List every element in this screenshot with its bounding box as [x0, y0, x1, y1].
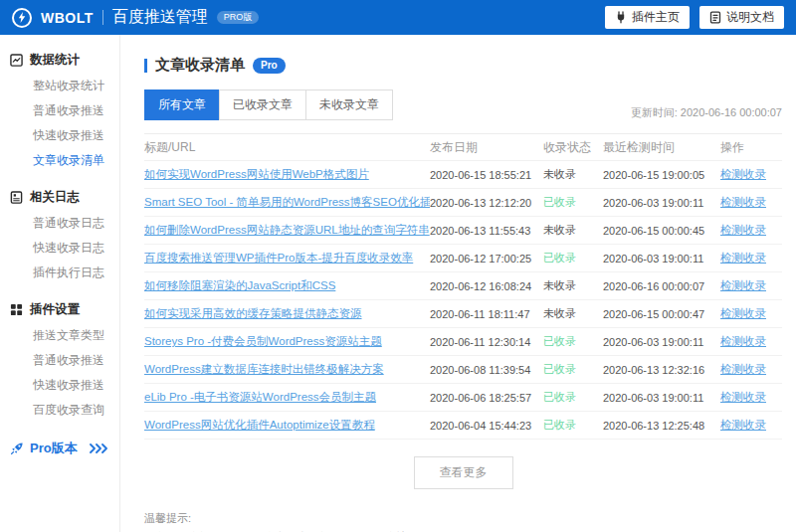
check-inclusion-link[interactable]: 检测收录	[720, 167, 782, 182]
column-header: 操作	[720, 139, 782, 156]
article-title-link[interactable]: Smart SEO Tool - 简单易用的WordPress博客SEO优化插件	[144, 195, 430, 210]
load-more-button[interactable]: 查看更多	[414, 456, 513, 489]
last-check-time: 2020-06-15 00:00:45	[603, 225, 720, 237]
article-title-link[interactable]: 如何实现采用高效的缓存策略提供静态资源	[144, 306, 430, 321]
app-title: 百度推送管理	[112, 7, 208, 28]
last-check-time: 2020-06-03 19:00:11	[603, 392, 720, 404]
last-check-time: 2020-06-13 12:32:16	[603, 364, 720, 376]
last-check-time: 2020-06-03 19:00:11	[603, 336, 720, 348]
article-title-link[interactable]: eLib Pro -电子书资源站WordPress会员制主题	[144, 390, 430, 405]
tab[interactable]: 未收录文章	[305, 89, 393, 120]
status-badge: 未收录	[543, 306, 603, 321]
app-header: WBOLT 百度推送管理 PRO版 插件主页说明文档	[0, 0, 796, 35]
check-inclusion-link[interactable]: 检测收录	[720, 390, 782, 405]
sidebar-item[interactable]: 文章收录清单	[0, 148, 119, 173]
sidebar-section-header: 相关日志	[0, 184, 119, 211]
tip-item: 文章百度收录状态仅供参考，实际收录情况以百度搜索为准；	[144, 529, 782, 532]
publish-date: 2020-06-13 11:55:43	[430, 225, 543, 237]
table-row: 百度搜索推送管理WP插件Pro版本-提升百度收录效率2020-06-12 17:…	[144, 245, 782, 272]
sidebar-item[interactable]: 普通收录日志	[0, 211, 119, 236]
tips-title: 温馨提示:	[144, 510, 782, 528]
check-inclusion-link[interactable]: 检测收录	[720, 278, 782, 293]
article-title-link[interactable]: 如何删除WordPress网站静态资源URL地址的查询字符串	[144, 223, 430, 238]
title-accent-bar	[144, 59, 147, 73]
header-divider	[102, 10, 103, 25]
logs-icon	[10, 191, 23, 204]
sidebar-section: 数据统计整站收录统计普通收录推送快速收录推送文章收录清单	[0, 47, 119, 173]
column-header: 标题/URL	[144, 139, 430, 156]
check-inclusion-link[interactable]: 检测收录	[720, 251, 782, 266]
header-actions: 插件主页说明文档	[605, 6, 784, 29]
table-row: Smart SEO Tool - 简单易用的WordPress博客SEO优化插件…	[144, 189, 782, 217]
stats-icon	[10, 54, 23, 67]
publish-date: 2020-06-12 16:08:24	[430, 280, 543, 292]
article-title-link[interactable]: WordPress网站优化插件Autoptimize设置教程	[144, 418, 430, 433]
sidebar-section: 插件设置推送文章类型普通收录推送快速收录推送百度收录查询	[0, 296, 119, 423]
article-title-link[interactable]: 百度搜索推送管理WP插件Pro版本-提升百度收录效率	[144, 251, 430, 266]
status-badge: 未收录	[543, 278, 603, 293]
tab[interactable]: 所有文章	[144, 89, 220, 120]
sidebar-item[interactable]: 普通收录推送	[0, 348, 119, 373]
table-row: eLib Pro -电子书资源站WordPress会员制主题2020-06-06…	[144, 384, 782, 412]
sidebar-item[interactable]: 整站收录统计	[0, 74, 119, 98]
check-inclusion-link[interactable]: 检测收录	[720, 195, 782, 210]
publish-date: 2020-06-11 12:30:14	[430, 336, 543, 348]
status-badge: 未收录	[543, 223, 603, 238]
check-inclusion-link[interactable]: 检测收录	[720, 223, 782, 238]
sidebar-item-pro-version[interactable]: Pro版本	[0, 434, 119, 463]
sidebar-item[interactable]: 推送文章类型	[0, 323, 119, 348]
last-check-time: 2020-06-13 12:25:48	[603, 420, 720, 432]
publish-date: 2020-06-11 18:11:47	[430, 308, 543, 320]
wbolt-logo-icon	[12, 8, 32, 28]
check-inclusion-link[interactable]: 检测收录	[720, 306, 782, 321]
chevrons-right-icon	[90, 443, 107, 453]
article-title-link[interactable]: Storeys Pro -付费会员制WordPress资源站主题	[144, 334, 430, 349]
table-row: WordPress网站优化插件Autoptimize设置教程2020-06-04…	[144, 412, 782, 440]
sidebar-item[interactable]: 快速收录推送	[0, 123, 119, 148]
table-header-row: 标题/URL发布日期收录状态最近检测时间操作	[144, 134, 782, 161]
status-badge: 已收录	[543, 390, 603, 405]
table-row: 如何移除阻塞渲染的JavaScript和CSS2020-06-12 16:08:…	[144, 272, 782, 300]
sidebar-item[interactable]: 快速收录推送	[0, 373, 119, 398]
status-badge: 已收录	[543, 195, 603, 210]
column-header: 发布日期	[430, 139, 543, 156]
brand-name: WBOLT	[41, 10, 94, 26]
status-badge: 已收录	[543, 334, 603, 349]
column-header: 最近检测时间	[603, 139, 720, 156]
plugin-icon	[615, 11, 627, 24]
check-inclusion-link[interactable]: 检测收录	[720, 362, 782, 377]
publish-date: 2020-06-06 18:25:57	[430, 392, 543, 404]
table-row: Storeys Pro -付费会员制WordPress资源站主题2020-06-…	[144, 328, 782, 356]
sidebar-item[interactable]: 百度收录查询	[0, 398, 119, 423]
tab[interactable]: 已收录文章	[219, 89, 306, 120]
tips: 温馨提示: 文章百度收录状态仅供参考，实际收录情况以百度搜索为准；插件根据实际情…	[144, 510, 782, 532]
publish-date: 2020-06-15 18:55:21	[430, 169, 543, 181]
sidebar-item[interactable]: 普通收录推送	[0, 98, 119, 123]
publish-date: 2020-06-13 12:12:20	[430, 197, 543, 209]
sidebar-item[interactable]: 快速收录日志	[0, 236, 119, 261]
main-content: 文章收录清单 Pro 所有文章已收录文章未收录文章 更新时间: 2020-06-…	[120, 35, 796, 532]
sidebar-item[interactable]: 插件执行日志	[0, 261, 119, 285]
last-check-time: 2020-06-15 00:00:47	[603, 308, 720, 320]
docs-button-label: 说明文档	[726, 9, 774, 26]
publish-date: 2020-06-08 11:39:54	[430, 364, 543, 376]
check-inclusion-link[interactable]: 检测收录	[720, 334, 782, 349]
page-pro-badge: Pro	[253, 58, 286, 74]
sidebar-section-header: 插件设置	[0, 296, 119, 323]
page-title: 文章收录清单	[155, 56, 245, 75]
header-pro-badge: PRO版	[217, 11, 260, 24]
plugin-home-button[interactable]: 插件主页	[605, 6, 690, 29]
table-row: 如何删除WordPress网站静态资源URL地址的查询字符串2020-06-13…	[144, 217, 782, 245]
article-title-link[interactable]: WordPress建立数据库连接时出错终极解决方案	[144, 362, 430, 377]
status-badge: 已收录	[543, 362, 603, 377]
status-badge: 未收录	[543, 167, 603, 182]
table-row: 如何实现采用高效的缓存策略提供静态资源2020-06-11 18:11:47未收…	[144, 300, 782, 328]
check-inclusion-link[interactable]: 检测收录	[720, 418, 782, 433]
publish-date: 2020-06-04 15:44:23	[430, 420, 543, 432]
article-title-link[interactable]: 如何实现WordPress网站使用WebP格式图片	[144, 167, 430, 182]
status-badge: 已收录	[543, 251, 603, 266]
last-check-time: 2020-06-03 19:00:11	[603, 197, 720, 209]
sidebar-section-label: 相关日志	[30, 189, 80, 206]
article-title-link[interactable]: 如何移除阻塞渲染的JavaScript和CSS	[144, 278, 430, 293]
docs-button[interactable]: 说明文档	[699, 6, 784, 29]
